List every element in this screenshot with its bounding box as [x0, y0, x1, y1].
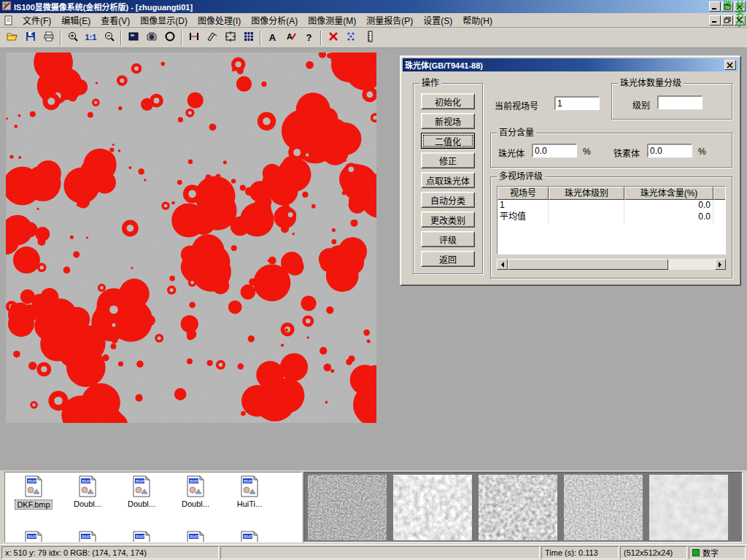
grade-button[interactable]: 评级 [421, 231, 475, 247]
thumbnail-5[interactable] [649, 475, 728, 540]
file-item[interactable]: BMP [116, 531, 167, 542]
mdi-workspace: 珠光体(GB/T9441-88) 操作 初始化 新视场 二值化 修正 点取珠光体… [0, 48, 747, 470]
thumbnail-1[interactable] [308, 475, 387, 540]
file-item[interactable]: BMP [170, 531, 221, 542]
toolbar-actual-size-button[interactable]: 1:1 [82, 29, 100, 47]
file-item[interactable]: BMP DKF.bmp [8, 475, 59, 512]
toolbar-print-button[interactable] [39, 29, 58, 47]
mode-label: 数字 [703, 547, 719, 559]
change-class-button[interactable]: 更改类别 [421, 211, 475, 228]
file-name[interactable]: HuiTi... [236, 499, 263, 508]
child-minimize-button[interactable] [709, 15, 721, 26]
multifield-table[interactable]: 视场号珠光体级别珠光体含量(%)铁素体 10.0 平均值0.0 [497, 186, 726, 254]
menu-image-display[interactable]: 图像显示(D) [135, 12, 193, 28]
maximize-button[interactable] [721, 1, 733, 12]
toolbar-aperture-button[interactable] [160, 29, 179, 47]
toolbar-open-button[interactable] [3, 29, 21, 47]
toolbar-field-frame-button[interactable] [221, 29, 239, 47]
table-row[interactable]: 10.0 [498, 200, 726, 211]
multifield-group: 多视场评级 视场号珠光体级别珠光体含量(%)铁素体 10.0 平均值0.0 [490, 176, 732, 279]
file-item[interactable]: BMP [8, 531, 59, 542]
auto-classify-button[interactable]: 自动分类 [421, 192, 475, 208]
menu-edit[interactable]: 编辑(E) [56, 12, 96, 28]
menu-help[interactable]: 帮助(H) [457, 12, 498, 28]
scrollbar-track[interactable] [508, 259, 715, 270]
file-item[interactable]: BMP Doubl... [62, 475, 113, 510]
window-title: IS100显微摄像系统(金相分析版) - [zhuguangti01] [14, 1, 707, 12]
column-header-ferrite[interactable]: 铁素体 [713, 187, 726, 200]
dialog-title-bar[interactable]: 珠光体(GB/T9441-88) [403, 58, 738, 71]
menu-measure-report[interactable]: 测量报告(P) [361, 12, 418, 28]
file-name[interactable]: Doubl... [126, 499, 157, 508]
correct-button[interactable]: 修正 [421, 152, 475, 168]
initialize-button[interactable]: 初始化 [421, 93, 475, 109]
title-bar[interactable]: IS100显微摄像系统(金相分析版) - [zhuguangti01] [0, 0, 747, 13]
menu-file[interactable]: 文件(F) [18, 12, 56, 28]
current-field-input[interactable] [554, 96, 600, 110]
toolbar-caliper-button[interactable] [185, 29, 203, 47]
file-name[interactable]: DKF.bmp [15, 499, 52, 510]
toolbar: 1:1 A A ? [0, 28, 747, 48]
toolbar-camera-button[interactable] [142, 29, 160, 47]
toolbar-annotate-button[interactable]: A [282, 29, 300, 47]
table-row[interactable]: 平均值0.0 [498, 211, 726, 223]
toolbar-measure-button[interactable] [203, 29, 221, 47]
file-name[interactable]: Doubl... [180, 499, 211, 508]
scroll-right-button[interactable] [715, 259, 726, 270]
new-field-button[interactable]: 新视场 [421, 113, 475, 129]
help-icon: ? [306, 33, 312, 42]
file-item[interactable]: BMP [224, 531, 275, 542]
menu-image-analysis[interactable]: 图像分析(A) [246, 12, 303, 28]
cell-ferrite [713, 200, 726, 211]
svg-text:BMP: BMP [244, 534, 253, 539]
file-item[interactable]: BMP HuiTi... [224, 475, 275, 510]
menu-settings[interactable]: 设置(S) [418, 12, 457, 28]
metallographic-image[interactable] [6, 52, 376, 423]
file-item[interactable]: BMP Doubl... [116, 475, 167, 510]
pearlite-dialog[interactable]: 珠光体(GB/T9441-88) 操作 初始化 新视场 二值化 修正 点取珠光体… [400, 55, 741, 286]
toolbar-zoom-in-button[interactable] [63, 29, 82, 47]
thumbnail-4[interactable] [564, 475, 643, 540]
svg-text:BMP: BMP [190, 479, 199, 483]
column-header-pearlite-grade[interactable]: 珠光体级别 [549, 187, 624, 200]
toolbar-separator [181, 31, 182, 45]
pearlite-percent-input[interactable] [532, 144, 577, 158]
column-header-pearlite-content[interactable]: 珠光体含量(%) [624, 187, 713, 200]
toolbar-ruler-button[interactable] [360, 29, 379, 47]
toolbar-help-button[interactable]: ? [300, 29, 318, 47]
pick-pearlite-button[interactable]: 点取珠光体 [421, 172, 475, 188]
toolbar-zoom-out-button[interactable] [100, 29, 118, 47]
toolbar-points-button[interactable] [342, 29, 360, 47]
scrollbar-thumb[interactable] [508, 259, 668, 270]
return-button[interactable]: 返回 [421, 251, 475, 267]
binarize-button[interactable]: 二值化 [421, 133, 475, 149]
ferrite-percent-input[interactable] [647, 144, 692, 158]
menu-image-processing[interactable]: 图像处理(I) [193, 12, 246, 28]
dialog-close-button[interactable] [724, 60, 736, 70]
column-header-field[interactable]: 视场号 [498, 187, 549, 200]
file-name[interactable]: Doubl... [72, 499, 103, 508]
file-browser[interactable]: BMP DKF.bmp BMP Doubl... BMP Doubl... BM… [4, 472, 302, 542]
menu-image-measure[interactable]: 图像测量(M) [303, 12, 361, 28]
multifield-group-label: 多视场评级 [497, 171, 545, 182]
toolbar-grid-button[interactable] [239, 29, 258, 47]
menu-view[interactable]: 查看(V) [96, 12, 135, 28]
close-button[interactable] [734, 1, 746, 12]
toolbar-delete-button[interactable] [324, 29, 342, 47]
grade-level-input[interactable] [657, 96, 703, 109]
child-close-button[interactable] [734, 15, 746, 26]
file-item[interactable]: BMP Doubl... [170, 475, 221, 510]
zoom-in-icon [67, 31, 79, 44]
thumbnail-3[interactable] [479, 475, 557, 540]
toolbar-save-button[interactable] [21, 29, 39, 47]
toolbar-separator [120, 31, 122, 45]
svg-text:A: A [287, 32, 293, 41]
minimize-button[interactable] [709, 1, 721, 12]
table-horizontal-scrollbar[interactable] [497, 259, 726, 270]
scroll-left-button[interactable] [497, 259, 508, 270]
toolbar-snapshot-button[interactable] [124, 29, 142, 47]
child-restore-button[interactable] [721, 15, 733, 26]
toolbar-text-button[interactable]: A [263, 29, 282, 47]
file-item[interactable]: BMP [62, 531, 113, 542]
thumbnail-2[interactable] [393, 475, 472, 540]
